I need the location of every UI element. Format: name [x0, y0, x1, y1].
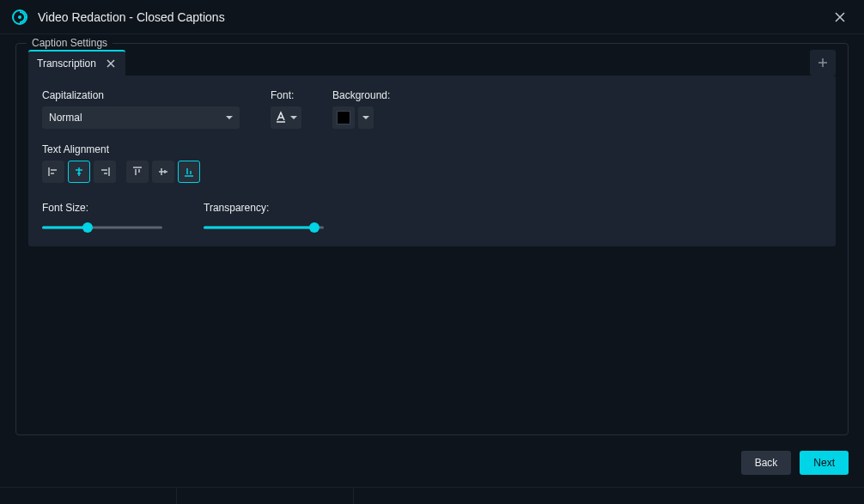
settings-body: Capitalization Normal Font:	[28, 76, 836, 246]
align-middle-button[interactable]	[152, 161, 174, 183]
alignment-label: Text Alignment	[42, 143, 109, 155]
chevron-down-icon	[362, 116, 369, 119]
font-field: Font:	[271, 89, 301, 129]
tab-label: Transcription	[37, 58, 96, 70]
background-label: Background:	[332, 89, 390, 101]
capitalization-value: Normal	[49, 112, 82, 124]
align-bottom-button[interactable]	[178, 161, 200, 183]
chevron-down-icon	[226, 116, 233, 119]
window-close-button[interactable]	[828, 5, 852, 29]
color-swatch-icon	[337, 111, 350, 124]
background-swatch[interactable]	[332, 106, 355, 129]
svg-point-1	[18, 15, 21, 19]
tab-transcription[interactable]: Transcription	[28, 50, 125, 76]
statusbar	[0, 487, 864, 504]
font-size-group: Font Size:	[42, 202, 162, 233]
back-button[interactable]: Back	[741, 451, 792, 475]
tab-close-button[interactable]	[105, 58, 117, 70]
slider-thumb-icon	[309, 222, 319, 233]
capitalization-field: Capitalization Normal	[42, 89, 240, 129]
titlebar: Video Redaction - Closed Captions	[0, 0, 864, 34]
align-center-button[interactable]	[68, 161, 90, 183]
add-tab-button[interactable]	[810, 50, 836, 76]
font-size-label: Font Size:	[42, 202, 162, 214]
footer-buttons: Back Next	[741, 451, 849, 475]
caption-settings-panel: Caption Settings Transcription Capitaliz…	[15, 43, 849, 435]
app-logo-icon	[12, 9, 27, 25]
row-top: Capitalization Normal Font:	[42, 89, 822, 129]
statusbar-cell	[354, 487, 864, 504]
transparency-label: Transparency:	[204, 202, 324, 214]
next-button[interactable]: Next	[800, 451, 849, 475]
sliders-row: Font Size: Transparency:	[42, 202, 822, 233]
font-picker-button[interactable]	[271, 106, 301, 129]
background-dropdown-button[interactable]	[358, 106, 374, 129]
slider-thumb-icon	[82, 222, 93, 233]
font-size-slider[interactable]	[42, 222, 162, 233]
font-icon	[275, 111, 287, 125]
horizontal-align-group	[42, 161, 116, 183]
tabs-row: Transcription	[16, 50, 848, 76]
vertical-align-group	[126, 161, 200, 183]
chevron-down-icon	[290, 116, 297, 119]
transparency-slider[interactable]	[204, 222, 324, 233]
align-left-button[interactable]	[42, 161, 64, 183]
capitalization-label: Capitalization	[42, 89, 240, 101]
align-top-button[interactable]	[126, 161, 149, 183]
statusbar-cell	[0, 487, 177, 504]
capitalization-select[interactable]: Normal	[42, 106, 240, 129]
background-field: Background:	[332, 89, 390, 129]
transparency-group: Transparency:	[204, 202, 324, 233]
alignment-row: Text Alignment	[42, 143, 822, 183]
align-right-button[interactable]	[94, 161, 116, 183]
panel-legend: Caption Settings	[27, 37, 113, 49]
statusbar-cell	[177, 487, 354, 504]
font-label: Font:	[271, 89, 301, 101]
window-title: Video Redaction - Closed Captions	[38, 10, 225, 24]
